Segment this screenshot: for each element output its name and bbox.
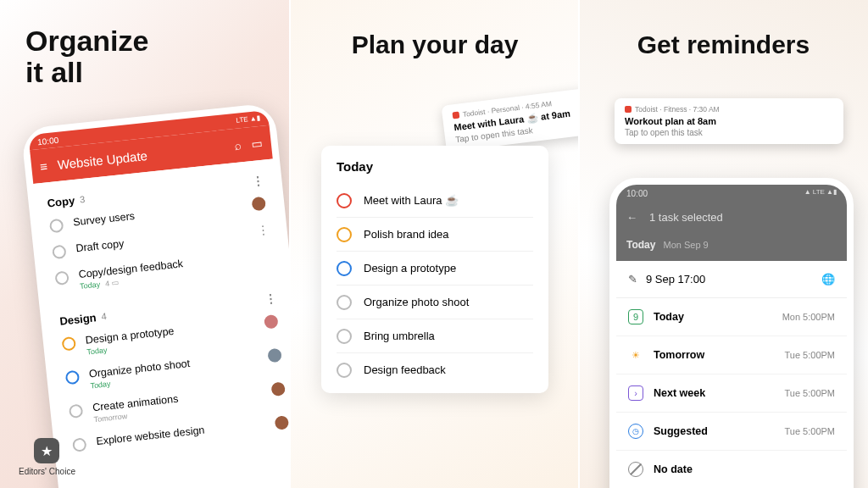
checkbox-icon[interactable] <box>49 219 64 234</box>
schedule-option-tomorrow[interactable]: ☀ Tomorrow Tue 5:00PM <box>616 336 847 374</box>
checkbox-icon[interactable] <box>337 193 352 208</box>
options-icon[interactable]: ⋮ <box>264 291 276 306</box>
checkbox-icon[interactable] <box>337 227 352 242</box>
clock-icon: ◷ <box>628 424 643 439</box>
app-icon <box>452 111 459 119</box>
panel3-phone: 10:00 ▲ LTE ▲▮ ← 1 task selected Today M… <box>609 178 854 488</box>
date-header: Today Mon Sep 9 <box>616 232 847 261</box>
avatar <box>267 348 282 363</box>
sun-icon: ☀ <box>628 347 643 363</box>
option-time: Tue 5:00PM <box>784 426 835 436</box>
task-row[interactable]: Bring umbrella <box>337 319 533 353</box>
pencil-icon: ✎ <box>628 273 637 286</box>
editors-choice-label: Editors' Choice <box>19 467 75 476</box>
panel2-headline: Plan your day <box>291 30 579 58</box>
globe-icon[interactable]: 🌐 <box>821 273 835 286</box>
panel3-headline: Get reminders <box>579 30 868 58</box>
app-icon <box>625 106 632 113</box>
checkbox-icon[interactable] <box>65 370 81 385</box>
notification-card[interactable]: Todoist · Personal · 4:55 AM Meet with L… <box>441 84 579 152</box>
task-row[interactable]: Organize photo shoot <box>337 286 533 319</box>
options-icon[interactable]: ⋮ <box>252 174 264 188</box>
task-row[interactable]: Meet with Laura ☕ <box>337 184 533 218</box>
checkbox-icon[interactable] <box>337 261 352 276</box>
notification-subtitle: Tap to open this task <box>625 128 833 137</box>
avatar <box>264 314 279 330</box>
statusbar-indicators: LTE ▲▮ <box>236 114 260 124</box>
editors-choice-badge: ★ Editors' Choice <box>19 438 75 476</box>
datetime-value: 9 Sep 17:00 <box>646 273 705 286</box>
statusbar: 10:00 ▲ LTE ▲▮ <box>616 185 847 202</box>
notification-source: Todoist · Fitness · 7:30 AM <box>625 105 833 114</box>
checkbox-icon[interactable] <box>61 336 76 352</box>
section-title: Copy <box>47 194 75 209</box>
star-icon: ★ <box>34 438 59 463</box>
option-time: Tue 5:00PM <box>784 350 835 360</box>
checkbox-icon[interactable] <box>52 245 67 260</box>
notification-title: Workout plan at 8am <box>625 116 833 126</box>
date-header-label: Today <box>626 239 655 251</box>
task-meta-date: Tomorrow <box>93 412 127 424</box>
schedule-option-no-date[interactable]: No date <box>616 451 847 488</box>
schedule-option-next-week[interactable]: › Next week Tue 5:00PM <box>616 374 847 413</box>
task-row[interactable]: Design a prototype <box>337 252 533 286</box>
calendar-today-icon: 9 <box>628 309 643 324</box>
schedule-option-suggested[interactable]: ◷ Suggested Tue 5:00PM <box>616 413 847 451</box>
checkbox-icon[interactable] <box>337 295 352 310</box>
option-label: Today <box>654 311 684 323</box>
calendar-next-icon: › <box>628 385 643 401</box>
selection-title: 1 task selected <box>649 211 723 224</box>
option-label: Suggested <box>654 425 708 437</box>
task-meta-comments: 4 ▭ <box>105 278 120 288</box>
option-label: No date <box>654 463 693 475</box>
chat-icon[interactable]: ▭ <box>251 136 264 151</box>
statusbar-time: 10:00 <box>626 189 648 198</box>
task-label: Design a prototype <box>364 262 456 274</box>
panel1-headline: Organize it all <box>25 25 291 89</box>
today-title: Today <box>337 159 533 174</box>
no-date-icon <box>628 462 643 477</box>
statusbar-indicators: ▲ LTE ▲▮ <box>804 188 837 197</box>
checkbox-icon[interactable] <box>69 404 84 419</box>
task-row[interactable]: Polish brand idea <box>337 218 533 252</box>
dimmed-backdrop: 10:00 ▲ LTE ▲▮ ← 1 task selected Today M… <box>616 185 847 261</box>
menu-icon[interactable]: ≡ <box>39 158 47 174</box>
avatar <box>270 381 286 396</box>
section-count: 3 <box>79 194 85 205</box>
notification-card[interactable]: Todoist · Fitness · 7:30 AM Workout plan… <box>615 98 843 144</box>
task-row[interactable]: Design feedback <box>337 353 533 386</box>
avatar <box>275 415 290 430</box>
selection-bar: ← 1 task selected <box>616 202 847 232</box>
checkbox-icon[interactable] <box>337 329 352 344</box>
today-card: Today Meet with Laura ☕ Polish brand ide… <box>321 146 548 393</box>
checkbox-icon[interactable] <box>54 270 70 286</box>
schedule-sheet: ✎ 9 Sep 17:00 🌐 9 Today Mon 5:00PM ☀ Tom… <box>616 261 847 488</box>
task-list: Copy 3 ⋮ Survey users Draft copy ⋮ Copy/… <box>33 158 291 464</box>
task-label: Polish brand idea <box>364 228 448 241</box>
option-label: Next week <box>654 387 705 399</box>
option-time: Tue 5:00PM <box>784 388 835 398</box>
schedule-option-today[interactable]: 9 Today Mon 5:00PM <box>616 298 847 336</box>
back-icon[interactable]: ← <box>626 211 637 224</box>
search-icon[interactable]: ⌕ <box>234 138 242 152</box>
option-time: Mon 5:00PM <box>782 312 835 322</box>
datetime-input-row[interactable]: ✎ 9 Sep 17:00 🌐 <box>616 261 847 298</box>
section-title: Design <box>59 311 97 327</box>
date-header-value: Mon Sep 9 <box>664 240 709 250</box>
panel1-phone: 10:00 LTE ▲▮ ≡ Website Update ⌕ ▭ Copy 3… <box>20 103 291 488</box>
statusbar-time: 10:00 <box>37 135 59 147</box>
task-label: Meet with Laura ☕ <box>364 194 459 207</box>
option-label: Tomorrow <box>654 349 704 361</box>
task-meta-date: Today <box>80 280 101 291</box>
checkbox-icon[interactable] <box>337 363 352 378</box>
task-label: Bring umbrella <box>364 330 435 342</box>
task-label: Design feedback <box>364 363 446 376</box>
avatar <box>251 197 266 212</box>
options-icon[interactable]: ⋮ <box>257 222 270 236</box>
task-label: Organize photo shoot <box>364 296 469 308</box>
section-count: 4 <box>101 311 107 322</box>
